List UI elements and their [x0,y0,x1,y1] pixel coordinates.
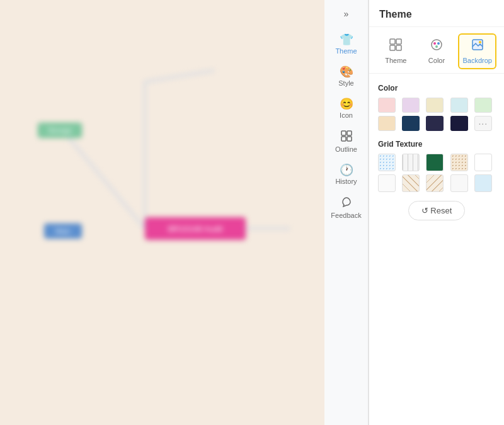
sidebar-item-label-icon: Icon [340,112,353,119]
texture-swatch-6[interactable] [402,174,420,192]
collapse-button[interactable]: » [335,5,358,23]
sub-tab-backdrop-icon [471,38,484,54]
right-panel: Theme Theme Colo [369,0,504,425]
icon-icon: 😊 [340,98,353,110]
node-audit[interactable]: BR10148 Audit [145,217,246,240]
sidebar-item-style[interactable]: 🎨 Style [324,60,368,92]
color-grid: ··· [378,98,495,131]
svg-rect-5 [347,131,352,135]
texture-swatch-9[interactable] [474,174,492,192]
color-swatch-7[interactable] [426,116,444,131]
sidebar-item-label-feedback: Feedback [331,212,361,219]
color-swatch-4[interactable] [474,98,492,113]
color-swatch-6[interactable] [402,116,420,131]
texture-swatch-0[interactable] [378,154,396,171]
texture-swatch-1[interactable] [402,154,420,171]
node-main[interactable]: Main [44,224,82,239]
svg-rect-11 [396,45,401,50]
color-swatch-2[interactable] [426,98,444,113]
sidebar-item-icon[interactable]: 😊 Icon [324,92,368,124]
canvas-area: Storage Main BR10148 Audit [0,0,324,425]
sub-tab-backdrop-label: Backdrop [462,57,491,64]
history-icon: 🕐 [340,164,353,176]
svg-line-0 [63,131,145,229]
svg-point-15 [435,45,438,48]
svg-rect-7 [347,137,352,141]
texture-section-title: Grid Texture [378,140,495,149]
texture-grid [378,154,495,192]
sub-tab-backdrop[interactable]: Backdrop [458,33,496,69]
panel-content: Color ··· Grid Texture ↺ R [369,74,504,425]
sub-tab-color-label: Color [428,57,445,64]
style-icon: 🎨 [340,66,353,77]
sidebar-item-label-history: History [335,178,357,185]
sub-tab-theme-label: Theme [385,57,406,64]
sidebar-tabs: » 👕 Theme 🎨 Style 😊 Icon Outline 🕐 Histo… [324,0,369,425]
svg-rect-8 [390,39,395,44]
color-swatch-5[interactable] [378,116,396,131]
feedback-icon [341,196,352,210]
sidebar-item-label-outline: Outline [335,146,357,153]
color-swatch-more[interactable]: ··· [474,116,492,131]
color-section-title: Color [378,84,495,93]
outline-icon [341,130,352,144]
panel-sub-tabs: Theme Color Backdrop [369,27,504,74]
texture-swatch-2[interactable] [426,154,444,171]
color-swatch-0[interactable] [378,98,396,113]
theme-icon: 👕 [340,34,353,45]
svg-rect-9 [396,39,401,44]
color-swatch-1[interactable] [402,98,420,113]
sub-tab-theme-icon [389,38,402,54]
node-storage[interactable]: Storage [38,123,82,138]
sub-tab-color-icon [430,38,443,54]
sidebar-item-theme[interactable]: 👕 Theme [324,28,368,60]
texture-swatch-4[interactable] [474,154,492,171]
sidebar-item-feedback[interactable]: Feedback [324,190,368,224]
color-swatch-3[interactable] [450,98,468,113]
reset-button[interactable]: ↺ Reset [408,201,466,220]
sidebar-item-label-style: Style [338,80,353,87]
panel-title: Theme [369,0,504,27]
svg-point-14 [437,42,440,45]
texture-swatch-5[interactable] [378,174,396,192]
texture-swatch-3[interactable] [450,154,468,171]
sidebar-item-history[interactable]: 🕐 History [324,158,368,190]
svg-point-17 [479,41,481,43]
sub-tab-theme[interactable]: Theme [377,33,415,69]
sidebar-item-outline[interactable]: Outline [324,124,368,158]
svg-rect-10 [390,45,395,50]
svg-rect-6 [341,137,346,141]
svg-point-12 [432,40,442,50]
texture-swatch-7[interactable] [426,174,444,192]
texture-swatch-8[interactable] [450,174,468,192]
svg-line-2 [145,71,214,82]
sub-tab-color[interactable]: Color [418,33,456,69]
sidebar-item-label-theme: Theme [335,48,357,55]
svg-rect-4 [341,131,346,135]
connector-lines [0,0,324,425]
color-swatch-8[interactable] [450,116,468,131]
svg-point-13 [433,42,436,45]
